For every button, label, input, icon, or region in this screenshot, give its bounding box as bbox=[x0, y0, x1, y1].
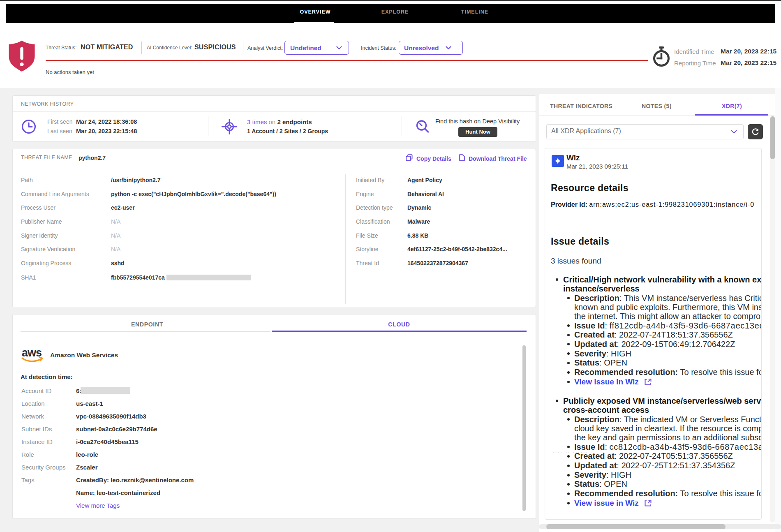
svg-text:aws: aws bbox=[22, 347, 42, 359]
